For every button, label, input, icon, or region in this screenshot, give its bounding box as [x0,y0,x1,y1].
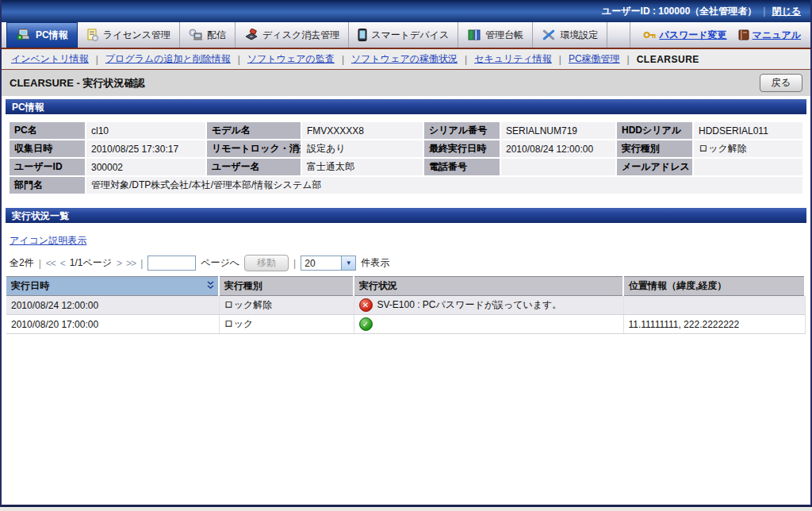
subnav-link-software-audit[interactable]: ソフトウェアの監査 [247,52,335,66]
exec-datetime-cell: 2010/08/20 17:00:00 [6,315,219,334]
subnav-separator: | [96,54,98,65]
field-label: 最終実行日時 [424,140,500,157]
exec-datetime-cell: 2010/08/24 12:00:00 [6,296,219,315]
column-header-location[interactable]: 位置情報（緯度,経度） [623,277,805,296]
tab-bar: PC情報 ライセンス管理 配信 ディスク消去管理 スマートデバイス [2,22,810,49]
column-header-exec-datetime[interactable]: 実行日時 [6,277,219,296]
tab-distribution[interactable]: 配信 [180,22,236,48]
utility-links: パスワード変更 マニュアル [630,22,810,48]
settings-icon [542,29,556,41]
success-icon: ✓ [359,317,373,331]
subnav-link-software-usage[interactable]: ソフトウェアの稼働状況 [351,52,458,66]
distribution-icon [189,29,203,41]
pc-info-row: 部門名 管理対象/DTP株式会社/本社/管理本部/情報システム部 [10,177,802,194]
field-value: 300002 [86,159,205,175]
field-value [694,159,802,175]
icon-legend-link[interactable]: アイコン説明表示 [10,234,86,248]
prev-page-button[interactable]: < [60,258,65,269]
tab-label: PC情報 [36,29,68,42]
smart-device-icon [358,29,367,41]
main-content: PC情報 PC名 cl10 モデル名 FMVXXXXX8 シリアル番号 SERI… [2,96,810,505]
exec-status-cell: ✓ [354,315,623,334]
exec-type-cell: ロック [219,315,354,334]
tab-label: 管理台帳 [485,29,523,42]
pc-info-row: PC名 cl10 モデル名 FMVXXXXX8 シリアル番号 SERIALNUM… [10,122,802,139]
tab-label: 配信 [207,29,226,42]
field-value [501,159,615,175]
field-label: モデル名 [207,122,301,139]
location-cell [623,296,805,315]
subnav-current-clearsure: CLEARSURE [637,54,699,65]
next-page-button[interactable]: > [117,258,121,269]
subnav-separator: | [342,54,344,65]
ledger-icon [467,29,481,41]
pagination-separator: | [140,258,143,269]
page-size-select[interactable]: 20 ▼ [301,256,356,271]
field-value: ロック解除 [694,140,802,157]
field-value: 設定あり [302,140,423,157]
table-row: 2010/08/24 12:00:00 ロック解除 ✕ SV-E100 : PC… [6,296,805,315]
tab-settings[interactable]: 環境設定 [533,22,607,48]
goto-page-label: ページへ [201,256,239,270]
total-count: 全2件 [10,256,34,270]
password-change-link[interactable]: パスワード変更 [643,29,726,42]
column-header-exec-type[interactable]: 実行種別 [219,277,354,296]
exec-status-cell: ✕ SV-E100 : PCパスワードが誤っています。 [354,296,623,315]
status-text: SV-E100 : PCパスワードが誤っています。 [377,298,562,312]
table-header-row: 実行日時 実行種別 実行状況 位置情報（緯度,経度） [6,277,805,296]
tab-pc-info[interactable]: PC情報 [6,22,78,48]
subnav-separator: | [465,54,467,65]
pagination-separator: | [39,258,41,269]
field-label: 実行種別 [617,140,692,157]
field-value: FMVXXXXX8 [302,122,423,139]
close-link[interactable]: 閉じる [772,5,801,18]
tab-label: スマートデバイス [371,29,449,42]
tab-license[interactable]: ライセンス管理 [78,22,180,48]
exec-type-cell: ロック解除 [219,296,354,315]
sort-descending-icon [207,280,214,290]
field-value: 2010/08/24 12:00:00 [501,140,615,157]
first-page-button[interactable]: << [46,258,56,269]
subnav-link-programs[interactable]: プログラムの追加と削除情報 [105,52,231,66]
field-value: cl10 [86,122,205,139]
subnav-separator: | [559,54,561,65]
page-size-value: 20 [301,258,341,269]
field-value: 2010/08/25 17:30:17 [86,140,205,157]
field-label: リモートロック・消去 [207,140,301,157]
page-indicator: 1/1ページ [70,256,112,270]
field-label: ユーザーID [10,159,85,175]
topbar-separator: | [763,6,765,17]
tab-label: ディスク消去管理 [262,29,339,42]
column-header-exec-status[interactable]: 実行状況 [354,277,623,296]
dropdown-arrow-icon: ▼ [341,256,355,270]
pc-icon [16,29,32,41]
last-page-button[interactable]: >> [126,258,136,269]
subnav-link-security[interactable]: セキュリティ情報 [474,52,552,66]
subnav-separator: | [627,54,630,65]
subnav-link-inventory[interactable]: インベントリ情報 [11,52,89,66]
manual-link[interactable]: マニュアル [738,29,801,42]
manual-icon [738,29,749,40]
location-cell: 11.11111111, 222.2222222 [623,315,805,334]
disk-erase-icon [244,29,259,41]
title-bar: CLEARSURE - 実行状況確認 戻る [2,70,810,96]
tab-ledger[interactable]: 管理台帳 [458,22,533,48]
app-window: ユーザーID : 100000（全社管理者） | 閉じる PC情報 ライセンス管… [0,0,812,507]
field-label: 部門名 [10,177,85,194]
utility-label: マニュアル [753,29,801,42]
column-header-label: 実行日時 [11,280,49,291]
move-button[interactable]: 移動 [244,255,289,271]
tab-smart-device[interactable]: スマートデバイス [349,22,458,48]
field-value: 管理対象/DTP株式会社/本社/管理本部/情報システム部 [86,177,802,194]
key-icon [643,30,656,40]
sub-navigation: インベントリ情報 | プログラムの追加と削除情報 | ソフトウェアの監査 | ソ… [2,49,810,70]
section-header-exec-list: 実行状況一覧 [6,208,806,223]
page-number-input[interactable] [147,256,196,271]
field-label: PC名 [10,122,85,139]
back-button[interactable]: 戻る [760,74,802,92]
subnav-link-pc-operation[interactable]: PC稼働管理 [569,52,620,66]
field-label: メールアドレス [617,159,692,175]
tab-disk-erase[interactable]: ディスク消去管理 [236,22,349,48]
tab-label: 環境設定 [560,29,598,42]
field-label: 収集日時 [10,140,85,157]
